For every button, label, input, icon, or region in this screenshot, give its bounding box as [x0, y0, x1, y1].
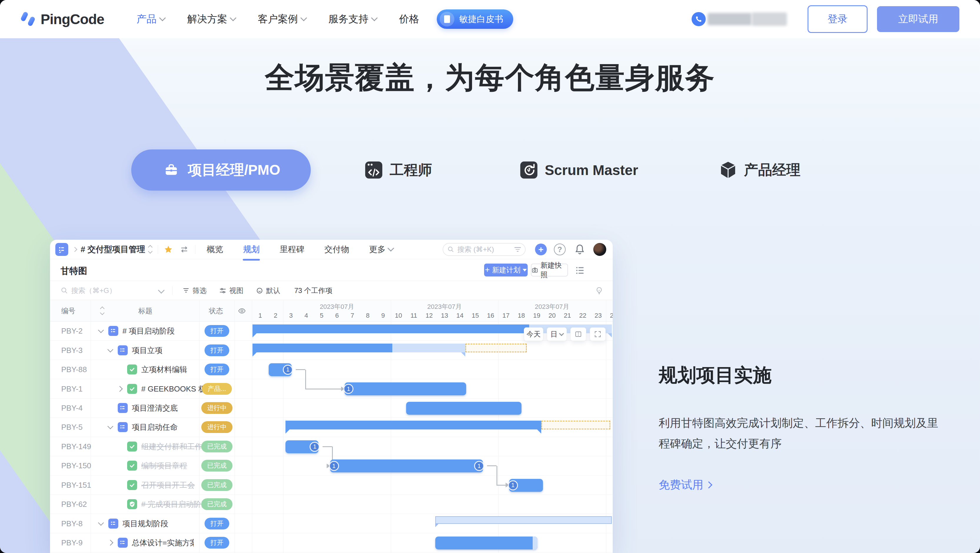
avatar[interactable] — [593, 243, 606, 256]
column-header-status[interactable]: 状态 — [209, 300, 223, 321]
status-badge[interactable]: 已完成 — [201, 498, 232, 510]
status-badge[interactable]: 已完成 — [201, 479, 232, 491]
bar-light-tip — [533, 537, 538, 550]
search-filter-icon[interactable] — [514, 247, 521, 252]
gantt-summary-bar[interactable] — [253, 343, 527, 353]
row-title[interactable]: 项目启动任命 — [132, 422, 178, 432]
pingcode-logo[interactable]: PingCode — [21, 10, 104, 28]
gantt-task-bar[interactable] — [406, 402, 522, 415]
new-plan-button[interactable]: + 新建计划 — [484, 264, 528, 276]
role-tab-3[interactable]: 产品经理 — [719, 160, 800, 180]
nav-item-1[interactable]: 解决方案 — [187, 12, 235, 26]
gantt-task-bar[interactable]: 11 — [330, 459, 483, 472]
view-title: 甘特图 — [60, 265, 87, 277]
role-label: 产品经理 — [744, 160, 800, 180]
tab-0[interactable]: 概览 — [207, 244, 223, 255]
row-expand-chevron-icon[interactable] — [107, 540, 113, 546]
page: PingCode 产品 解决方案 客户案例 服务支持 价格 敏捷白皮书 登录 — [0, 0, 980, 553]
search-collapse-chevron[interactable] — [159, 281, 164, 300]
count-label: 73 个工作项 — [294, 286, 332, 295]
view-list-icon[interactable] — [575, 265, 585, 275]
status-badge[interactable]: 打开 — [205, 364, 229, 375]
row-expand-chevron-icon[interactable] — [107, 346, 113, 353]
row-title[interactable]: 项目规划阶段 — [123, 518, 168, 529]
status-badge[interactable]: 已完成 — [201, 460, 232, 472]
breadcrumb[interactable]: # 交付型项目管理 — [81, 244, 145, 255]
gantt-task-bar[interactable]: 1 — [285, 440, 318, 453]
tab-3[interactable]: 交付物 — [324, 244, 349, 255]
notifications-bell-icon[interactable] — [574, 243, 585, 255]
gantt-task-bar[interactable]: 1 — [345, 382, 466, 395]
tab-1[interactable]: 规划 — [243, 244, 259, 255]
tab-more[interactable]: 更多 — [369, 244, 393, 255]
tab-2[interactable]: 里程碑 — [280, 244, 304, 255]
nav-item-3[interactable]: 服务支持 — [328, 12, 377, 26]
default-view-button[interactable]: 默认 — [256, 281, 280, 300]
status-badge[interactable]: 打开 — [205, 325, 229, 337]
today-button[interactable]: 今天 — [524, 327, 543, 341]
row-title[interactable]: 项目立项 — [132, 345, 162, 355]
gantt-search-input[interactable]: 搜索（⌘+G） — [60, 281, 116, 300]
row-expand-chevron-icon[interactable] — [98, 520, 104, 526]
status-badge[interactable]: 进行中 — [201, 421, 232, 433]
table-row[interactable]: PBY-4项目澄清交底进行中 — [50, 399, 613, 418]
favorite-star-icon[interactable] — [164, 245, 173, 254]
project-icon[interactable] — [55, 243, 68, 256]
row-title[interactable]: # GEEKBOOKS 极... — [141, 384, 203, 394]
gantt-task-bar[interactable]: 1 — [509, 479, 543, 492]
status-badge[interactable]: 打开 — [205, 518, 229, 529]
row-expand-chevron-icon[interactable] — [107, 424, 113, 429]
status-badge[interactable]: 进行中 — [201, 402, 232, 414]
status-badge[interactable]: 打开 — [205, 537, 229, 548]
tips-bulb-icon[interactable] — [595, 281, 603, 300]
nav-item-2[interactable]: 客户案例 — [258, 12, 306, 26]
gantt-summary-bar-planned[interactable] — [435, 516, 612, 524]
table-row[interactable]: PBY-88立项材料编辑打开 — [50, 360, 613, 379]
row-title[interactable]: 立项材料编辑 — [141, 364, 187, 375]
row-title[interactable]: 组建交付群和工作台 — [141, 441, 203, 451]
nav-item-0[interactable]: 产品 — [137, 12, 165, 26]
project-switch-icon[interactable] — [149, 246, 152, 253]
new-snapshot-button[interactable]: 新建快照 — [531, 264, 568, 276]
login-button[interactable]: 登录 — [808, 5, 867, 33]
row-title[interactable]: # 项目启动阶段 — [123, 326, 175, 336]
work-item-list-icon — [108, 326, 118, 336]
row-title[interactable]: 总体设计=实施方案（... — [132, 538, 194, 548]
dependency-badge: 1 — [310, 442, 320, 452]
gantt-task-bar[interactable]: 1 — [269, 363, 292, 376]
role-tab-1[interactable]: 工程师 — [364, 160, 432, 180]
role-tab-0[interactable]: 项目经理/PMO — [131, 149, 311, 191]
filter-button[interactable]: 筛选 — [183, 281, 207, 300]
view-settings-button[interactable]: 视图 — [219, 281, 243, 300]
status-badge[interactable]: 打开 — [205, 345, 229, 356]
row-expand-chevron-icon[interactable] — [98, 327, 104, 333]
fullscreen-button[interactable] — [590, 327, 606, 341]
gantt-summary-bar[interactable] — [285, 421, 610, 429]
role-tab-2[interactable]: Scrum Master — [519, 160, 638, 180]
row-title[interactable]: 召开项目开工会 — [141, 480, 195, 490]
gantt-task-bar[interactable] — [435, 537, 538, 550]
time-unit-dropdown[interactable]: 日 — [547, 327, 567, 341]
row-title[interactable]: # 完成项目启动阶段... — [141, 499, 203, 510]
nav-item-4[interactable]: 价格 — [399, 12, 419, 26]
swap-arrows-icon[interactable] — [179, 245, 189, 254]
create-button[interactable]: + — [535, 243, 547, 255]
column-header-title[interactable]: 标题 — [138, 300, 153, 321]
column-header-id[interactable]: 编号 — [61, 300, 75, 321]
row-id: PBY-9 — [61, 538, 83, 547]
try-now-button[interactable]: 立即试用 — [877, 6, 959, 32]
row-title[interactable]: 项目澄清交底 — [132, 403, 178, 413]
status-badge[interactable]: 已完成 — [201, 441, 232, 452]
status-badge[interactable]: 产品... — [202, 383, 232, 395]
global-search-input[interactable]: 搜索 (⌘+K) — [442, 243, 526, 256]
split-pane-button[interactable] — [570, 327, 586, 341]
table-row[interactable]: PBY-62# 完成项目启动阶段...已完成 — [50, 495, 613, 514]
row-expand-chevron-icon[interactable] — [117, 386, 123, 392]
chevron-down-icon — [230, 15, 237, 21]
whitepaper-badge[interactable]: 敏捷白皮书 — [437, 10, 513, 29]
free-trial-link[interactable]: 免费试用 — [659, 477, 956, 493]
sort-icon[interactable] — [97, 300, 104, 321]
row-title[interactable]: 编制项目章程 — [141, 461, 187, 471]
eye-icon[interactable] — [238, 300, 246, 321]
help-icon[interactable]: ? — [554, 243, 566, 255]
